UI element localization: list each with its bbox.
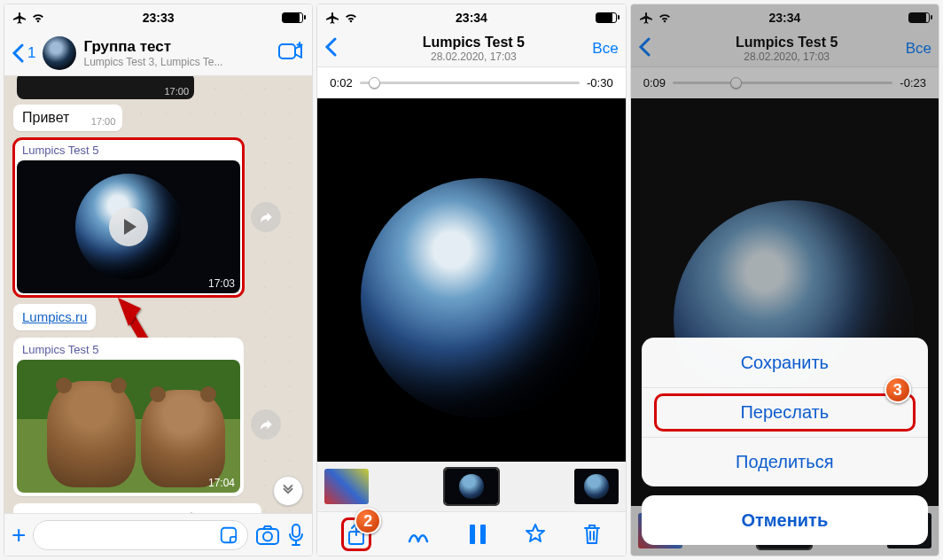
thumbnail-current[interactable] — [445, 469, 498, 504]
draw-button[interactable] — [407, 524, 432, 545]
delete-button[interactable] — [582, 523, 602, 546]
image-thumbnail[interactable]: 17:04 — [17, 360, 240, 493]
play-icon — [124, 219, 136, 235]
airplane-icon — [326, 11, 340, 25]
battery-icon — [282, 12, 303, 23]
back-button[interactable] — [324, 35, 355, 63]
earth-image — [361, 178, 600, 417]
chat-body: 17:00 Привет 17:00 Lumpics Test 5 17:03 — [4, 76, 312, 513]
status-bar: 23:34 — [317, 4, 625, 31]
all-media-button[interactable]: Все — [592, 40, 618, 58]
forward-button[interactable] — [251, 409, 281, 439]
actionsheet-save[interactable]: Сохранить — [642, 338, 928, 387]
remaining-time: -0:30 — [587, 76, 613, 89]
message-bubble[interactable]: 17:00 — [17, 76, 194, 99]
attach-button[interactable]: + — [12, 521, 26, 549]
actionsheet-forward[interactable]: Переслать — [642, 387, 928, 437]
camera-button[interactable] — [255, 525, 280, 546]
chat-avatar[interactable] — [43, 36, 76, 70]
screen-whatsapp-chat: 23:33 1 Группа тест Lumpics Test 3, Lump… — [4, 4, 313, 556]
wifi-icon — [344, 11, 358, 25]
battery-icon — [596, 12, 617, 23]
image-time: 17:04 — [208, 477, 235, 489]
status-time: 23:33 — [66, 11, 250, 25]
svg-point-3 — [263, 532, 272, 541]
sender-name: Lumpics Test 5 — [17, 142, 240, 160]
mic-button[interactable] — [287, 524, 305, 547]
message-bubble[interactable]: С WhatsApp вы получите быстрый, простой … — [13, 503, 261, 513]
action-sheet: Сохранить Переслать Поделиться Отменить — [642, 338, 928, 545]
chat-subtitle: Lumpics Test 3, Lumpics Te... — [83, 56, 278, 68]
airplane-icon — [13, 11, 27, 25]
actionsheet-cancel[interactable]: Отменить — [642, 495, 928, 545]
media-area[interactable] — [317, 98, 625, 462]
chat-title-block[interactable]: Группа тест Lumpics Test 3, Lumpics Te..… — [83, 38, 278, 68]
play-button[interactable] — [109, 207, 148, 246]
media-toolbar — [317, 511, 625, 556]
status-bar: 23:33 — [4, 4, 312, 31]
progress-knob[interactable] — [369, 77, 380, 89]
link-text[interactable]: Lumpics.ru — [22, 309, 87, 324]
sticker-icon[interactable] — [219, 525, 238, 545]
thumbnail-strip[interactable] — [317, 462, 625, 511]
screen-media-viewer: 23:34 Lumpics Test 5 28.02.2020, 17:03 В… — [316, 4, 626, 556]
message-time: 17:00 — [164, 86, 189, 97]
video-call-button[interactable] — [278, 42, 305, 65]
svg-rect-6 — [470, 525, 475, 544]
scroll-to-bottom-button[interactable] — [273, 476, 303, 506]
back-count: 1 — [27, 44, 35, 62]
svg-rect-4 — [292, 525, 300, 537]
message-time: 17:00 — [91, 116, 116, 127]
forward-button[interactable] — [251, 202, 281, 232]
star-button[interactable] — [524, 523, 547, 546]
screen-action-sheet: 23:34 Lumpics Test 5 28.02.2020, 17:03 В… — [630, 4, 939, 556]
media-header: Lumpics Test 5 28.02.2020, 17:03 Все — [317, 31, 625, 67]
message-bubble[interactable]: Lumpics.ru — [13, 304, 96, 331]
elapsed-time: 0:02 — [330, 76, 352, 89]
pause-button[interactable] — [468, 523, 487, 546]
message-input[interactable] — [33, 520, 248, 550]
chat-header: 1 Группа тест Lumpics Test 3, Lumpics Te… — [4, 31, 312, 76]
image-message[interactable]: Lumpics Test 5 17:04 — [13, 338, 244, 496]
video-thumbnail[interactable]: 17:03 — [17, 160, 240, 293]
media-subtitle: 28.02.2020, 17:03 — [355, 51, 592, 63]
svg-rect-7 — [480, 525, 486, 544]
video-message[interactable]: Lumpics Test 5 17:03 — [13, 138, 244, 297]
back-button[interactable]: 1 — [12, 43, 35, 63]
svg-rect-0 — [279, 44, 295, 58]
message-text: Привет — [22, 110, 69, 125]
sender-name: Lumpics Test 5 — [17, 341, 240, 360]
svg-rect-1 — [222, 527, 237, 542]
message-bubble[interactable]: Привет 17:00 — [13, 105, 122, 131]
input-bar: + — [4, 513, 312, 556]
annotation-highlight — [654, 393, 916, 432]
thumbnail[interactable] — [574, 469, 619, 504]
thumbnail[interactable] — [324, 469, 369, 504]
wifi-icon — [31, 11, 45, 25]
media-title: Lumpics Test 5 — [355, 35, 592, 51]
video-time: 17:03 — [208, 277, 235, 290]
playback-progress: 0:02 -0:30 — [317, 67, 625, 98]
actionsheet-share[interactable]: Поделиться — [642, 437, 928, 486]
progress-track[interactable] — [360, 82, 580, 84]
share-button[interactable] — [341, 517, 371, 551]
status-time: 23:34 — [379, 11, 563, 25]
chat-title: Группа тест — [83, 38, 278, 56]
